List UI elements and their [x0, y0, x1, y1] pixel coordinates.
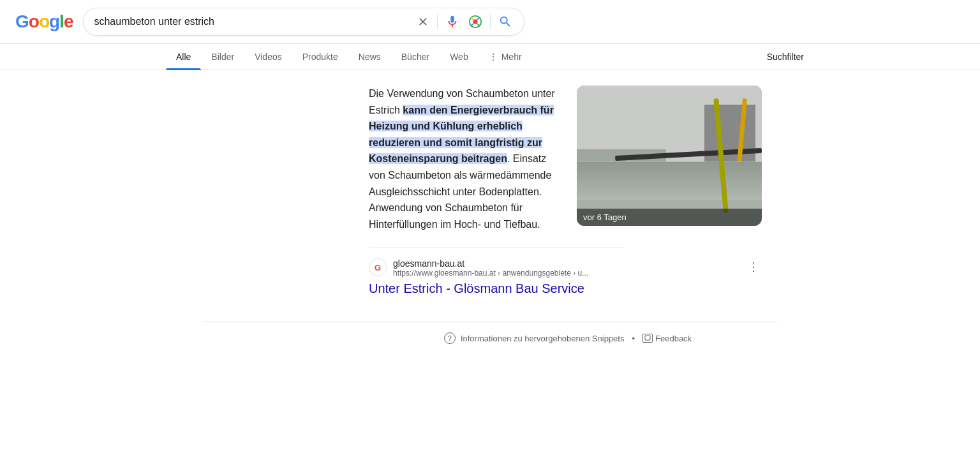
tab-buecher[interactable]: Bücher — [391, 44, 440, 70]
logo-letter-g2: g — [49, 11, 59, 32]
source-name: gloesmann-bau.at — [393, 258, 739, 269]
feedback-label: Feedback — [655, 334, 692, 343]
more-dots-icon: ⋮ — [489, 52, 498, 62]
result-title-link[interactable]: Unter Estrich - Glösmann Bau Service — [369, 281, 762, 296]
header: Google schaumbeton unter estrich — [0, 0, 980, 44]
snippet-image-wrapper: vor 6 Tagen — [577, 86, 762, 226]
snippet-text: Die Verwendung von Schaumbeton unter Est… — [369, 86, 561, 232]
svg-point-1 — [473, 19, 478, 24]
search-icon — [498, 15, 512, 29]
svg-rect-8 — [577, 161, 762, 163]
tab-news[interactable]: News — [348, 44, 391, 70]
main-content: Die Verwendung von Schaumbeton unter Est… — [203, 70, 777, 296]
search-filter-button[interactable]: Suchfilter — [757, 44, 814, 70]
close-icon — [417, 15, 429, 28]
svg-rect-5 — [704, 105, 755, 181]
snippet-text-after: . Einsatz von Schaumbeton als wärmedämme… — [369, 153, 551, 229]
mic-icon — [445, 15, 459, 29]
source-row: G gloesmann-bau.at https://www.gloesmann… — [369, 258, 762, 278]
lens-icon — [468, 15, 482, 29]
source-url: https://www.gloesmann-bau.at › anwendung… — [393, 269, 739, 278]
feedback-icon-svg — [644, 335, 651, 341]
info-label: Informationen zu hervorgehobenen Snippet… — [461, 334, 625, 343]
search-bar-divider2 — [490, 14, 491, 29]
info-bar: ? Informationen zu hervorgehobenen Snipp… — [203, 322, 777, 354]
clear-button[interactable] — [415, 14, 431, 29]
separator-dot: • — [632, 334, 635, 343]
search-bar-icons — [415, 13, 514, 30]
logo-letter-g: G — [15, 11, 29, 32]
featured-snippet: Die Verwendung von Schaumbeton unter Est… — [369, 86, 762, 232]
nav-tabs: Alle Bilder Videos Produkte News Bücher … — [0, 44, 980, 70]
tab-bilder[interactable]: Bilder — [201, 44, 244, 70]
snippet-image-background — [577, 86, 762, 226]
google-logo[interactable]: Google — [15, 11, 73, 32]
image-timestamp: vor 6 Tagen — [577, 209, 762, 226]
tab-videos[interactable]: Videos — [244, 44, 292, 70]
voice-search-button[interactable] — [444, 13, 461, 30]
snippet-image[interactable]: vor 6 Tagen — [577, 86, 762, 226]
logo-letter-e: e — [64, 11, 73, 32]
logo-letter-l: l — [59, 11, 64, 32]
tab-alle[interactable]: Alle — [166, 44, 201, 70]
logo-letter-o2: o — [39, 11, 49, 32]
more-label: Mehr — [501, 52, 522, 62]
logo-letter-o1: o — [29, 11, 39, 32]
feedback-icon-box — [642, 334, 653, 343]
image-search-button[interactable] — [467, 13, 484, 30]
tab-web[interactable]: Web — [440, 44, 479, 70]
tab-produkte[interactable]: Produkte — [292, 44, 348, 70]
feedback-button[interactable]: Feedback — [642, 334, 692, 343]
snippet-divider — [369, 248, 624, 248]
search-input[interactable]: schaumbeton unter estrich — [94, 16, 409, 27]
source-favicon: G — [369, 258, 387, 276]
screed-image-svg — [577, 86, 762, 226]
info-icon[interactable]: ? — [444, 332, 456, 344]
search-button[interactable] — [497, 13, 514, 30]
tab-more[interactable]: ⋮ Mehr — [479, 44, 532, 70]
result-more-options[interactable]: ⋮ — [745, 257, 762, 276]
search-bar: schaumbeton unter estrich — [83, 8, 524, 36]
search-bar-divider — [437, 14, 438, 29]
source-info: gloesmann-bau.at https://www.gloesmann-b… — [393, 258, 739, 278]
